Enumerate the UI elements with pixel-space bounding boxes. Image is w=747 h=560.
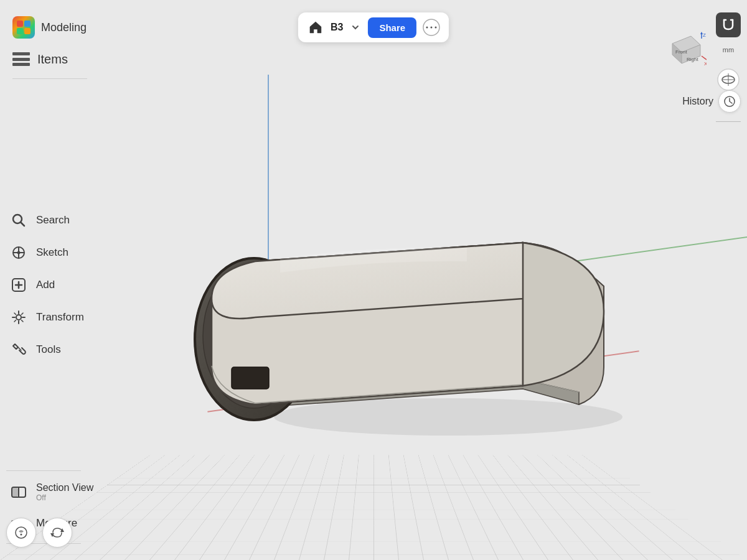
svg-rect-11: [12, 63, 30, 66]
svg-point-21: [17, 251, 21, 254]
items-row[interactable]: Items: [6, 47, 93, 71]
chevron-down-icon[interactable]: [347, 19, 364, 36]
top-divider: [12, 78, 87, 79]
perspective-icon-btn[interactable]: [717, 68, 740, 93]
svg-point-15: [435, 27, 437, 29]
transform-label: Transform: [36, 311, 84, 324]
items-label: Items: [37, 52, 68, 67]
sketch-label: Sketch: [36, 246, 68, 259]
svg-text:Right: Right: [687, 57, 698, 62]
svg-line-34: [702, 56, 707, 60]
svg-rect-7: [17, 28, 23, 34]
unit-label: mm: [723, 46, 734, 54]
bottom-left-panel: Section View Off Measure: [0, 467, 125, 560]
share-button[interactable]: Share: [368, 17, 416, 38]
search-label: Search: [36, 214, 70, 226]
section-view-item[interactable]: Section View Off: [0, 477, 125, 507]
tool-item-tools[interactable]: Tools: [0, 335, 100, 365]
right-panel: mm: [710, 0, 747, 560]
svg-rect-6: [24, 21, 31, 27]
svg-rect-5: [17, 21, 23, 27]
section-view-icon: [10, 483, 27, 501]
svg-marker-54: [50, 533, 54, 537]
view-cube[interactable]: Z Front Right X: [663, 31, 707, 72]
tool-item-transform[interactable]: Transform: [0, 302, 100, 332]
top-center-bar: B3 Share: [298, 12, 449, 42]
svg-point-14: [431, 27, 433, 29]
top-left-panel: Modeling Items: [6, 12, 93, 82]
history-panel: History: [682, 90, 741, 113]
more-options-button[interactable]: [420, 16, 443, 39]
left-tools-panel: Search Sketch Add: [0, 205, 100, 365]
section-view-labels: Section View Off: [36, 482, 93, 502]
svg-rect-9: [12, 52, 30, 55]
3d-model[interactable]: [156, 174, 654, 442]
svg-rect-4: [232, 367, 269, 389]
svg-line-17: [21, 223, 25, 226]
history-divider: [716, 121, 741, 122]
project-name: B3: [327, 22, 347, 33]
svg-rect-8: [24, 28, 31, 34]
bottom-action-bar: [6, 518, 72, 548]
svg-point-52: [21, 534, 22, 536]
items-icon: [12, 50, 31, 68]
svg-point-25: [16, 315, 21, 320]
feedback-button[interactable]: [6, 518, 36, 548]
history-label: History: [682, 96, 713, 107]
svg-rect-45: [12, 488, 18, 497]
tools-icon: [10, 341, 27, 358]
app-title: Modeling: [41, 21, 87, 34]
add-icon: [10, 276, 27, 294]
transform-icon: [10, 309, 27, 326]
magnet-button[interactable]: [716, 12, 741, 37]
svg-text:Front: Front: [675, 49, 687, 55]
app-icon[interactable]: [12, 16, 35, 39]
svg-point-0: [274, 398, 622, 436]
section-view-title: Section View: [36, 482, 93, 493]
tool-item-search[interactable]: Search: [0, 205, 100, 235]
home-button[interactable]: [304, 16, 327, 39]
search-icon: [10, 212, 27, 229]
svg-marker-53: [60, 528, 64, 532]
bottom-top-divider: [6, 470, 81, 471]
add-label: Add: [36, 279, 55, 291]
rotate-button[interactable]: [42, 518, 72, 548]
history-button[interactable]: [718, 90, 741, 113]
tool-item-sketch[interactable]: Sketch: [0, 238, 100, 268]
svg-rect-10: [12, 58, 30, 61]
svg-point-13: [426, 27, 428, 29]
svg-text:X: X: [704, 61, 707, 67]
sketch-icon: [10, 244, 27, 261]
svg-text:Z: Z: [703, 32, 706, 38]
section-view-status: Off: [36, 493, 93, 502]
tool-item-add[interactable]: Add: [0, 270, 100, 300]
tools-label: Tools: [36, 343, 61, 356]
modeling-row[interactable]: Modeling: [6, 12, 93, 42]
